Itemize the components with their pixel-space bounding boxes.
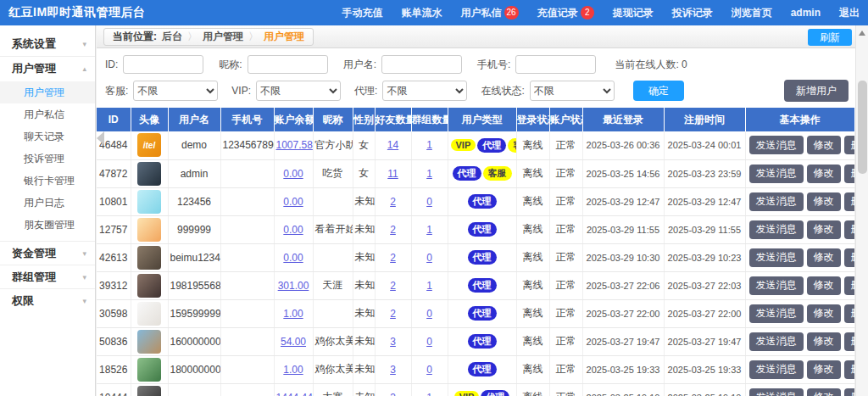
delete-button[interactable]: 删除	[844, 220, 855, 239]
balance-link[interactable]: 1.00	[283, 308, 303, 320]
balance-link[interactable]: 0.00	[283, 224, 303, 236]
sidebar-item-bank-card-management[interactable]: 银行卡管理	[0, 170, 95, 192]
send-message-button[interactable]: 发送消息	[749, 388, 804, 396]
nav-recharge-records[interactable]: 充值记录2	[537, 6, 594, 20]
sidebar-collapse-arrow-icon[interactable]	[97, 131, 104, 145]
breadcrumb-item-backend[interactable]: 后台	[162, 30, 182, 44]
edit-button[interactable]: 修改	[807, 165, 841, 183]
table-row: 46484iteldemo123456789001007.58官方小助手女141…	[97, 131, 855, 159]
edit-button[interactable]: 修改	[807, 360, 841, 379]
send-message-button[interactable]: 发送消息	[749, 248, 804, 267]
edit-button[interactable]: 修改	[807, 136, 841, 154]
sidebar-group-user-management[interactable]: 用户管理 ▴	[0, 56, 95, 80]
balance-link[interactable]: 1444.44	[276, 392, 313, 396]
sidebar-group-group-management[interactable]: 群组管理 ▾	[0, 265, 95, 288]
friends-count-link[interactable]: 2	[390, 196, 396, 208]
online-status-filter-select[interactable]: 不限	[530, 81, 615, 101]
balance-link[interactable]: 1.00	[283, 364, 303, 376]
groups-count-link[interactable]: 0	[426, 336, 432, 348]
agent-filter-select[interactable]: 不限	[382, 81, 467, 101]
friends-count-link[interactable]: 2	[390, 308, 396, 320]
breadcrumb-item-user-management[interactable]: 用户管理	[203, 30, 243, 44]
groups-count-link[interactable]: 1	[426, 139, 432, 151]
delete-button[interactable]: 删除	[844, 388, 855, 396]
sidebar-item-complaint-management[interactable]: 投诉管理	[0, 148, 95, 170]
edit-button[interactable]: 修改	[807, 304, 841, 323]
nickname-filter-input[interactable]	[248, 55, 328, 74]
delete-button[interactable]: 删除	[844, 332, 855, 351]
service-filter-label: 客服:	[105, 84, 128, 98]
balance-link[interactable]: 1007.58	[276, 139, 313, 151]
groups-count-link[interactable]: 0	[426, 252, 432, 264]
groups-count-link[interactable]: 0	[426, 196, 432, 208]
balance-link[interactable]: 301.00	[278, 280, 309, 292]
friends-count-link[interactable]: 14	[387, 139, 398, 151]
vip-filter-select[interactable]: 不限	[256, 81, 341, 101]
nav-withdraw-records[interactable]: 提现记录	[613, 6, 654, 20]
delete-button[interactable]: 删除	[844, 360, 855, 379]
nav-admin-account[interactable]: admin	[791, 7, 821, 19]
sidebar-item-user-management[interactable]: 用户管理	[0, 81, 95, 103]
edit-button[interactable]: 修改	[807, 332, 841, 351]
friends-count-link[interactable]: 2	[390, 252, 396, 264]
send-message-button[interactable]: 发送消息	[749, 304, 804, 323]
refresh-button[interactable]: 刷新	[808, 29, 852, 46]
send-message-button[interactable]: 发送消息	[749, 360, 804, 379]
send-message-button[interactable]: 发送消息	[749, 276, 804, 295]
sidebar-item-user-logs[interactable]: 用户日志	[0, 192, 95, 214]
friends-count-link[interactable]: 2	[390, 224, 396, 236]
sidebar-group-permissions[interactable]: 权限 ▾	[0, 288, 95, 312]
nav-bill-flow[interactable]: 账单流水	[402, 6, 442, 20]
balance-link[interactable]: 0.00	[283, 252, 303, 264]
phone-filter-input[interactable]	[515, 55, 596, 74]
edit-button[interactable]: 修改	[807, 192, 841, 211]
delete-button[interactable]: 删除	[844, 136, 855, 154]
delete-button[interactable]: 删除	[844, 248, 855, 267]
nav-logout[interactable]: 退出	[839, 6, 860, 20]
service-filter-select[interactable]: 不限	[133, 81, 218, 101]
username-filter-input[interactable]	[381, 55, 462, 74]
edit-button[interactable]: 修改	[807, 220, 841, 239]
send-message-button[interactable]: 发送消息	[749, 136, 804, 154]
send-message-button[interactable]: 发送消息	[749, 192, 804, 211]
confirm-button[interactable]: 确定	[633, 81, 684, 101]
send-message-button[interactable]: 发送消息	[749, 332, 804, 351]
friends-count-link[interactable]: 3	[390, 336, 396, 348]
edit-button[interactable]: 修改	[807, 276, 841, 295]
delete-button[interactable]: 删除	[844, 165, 855, 183]
sidebar-item-private-messages[interactable]: 用户私信	[0, 103, 95, 125]
id-filter-input[interactable]	[123, 55, 203, 74]
scroll-up-arrow-icon[interactable]	[859, 31, 865, 36]
balance-link[interactable]: 0.00	[283, 196, 303, 208]
vertical-scrollbar[interactable]	[855, 25, 868, 396]
edit-button[interactable]: 修改	[807, 248, 841, 267]
nav-manual-recharge[interactable]: 手动充值	[342, 6, 383, 20]
groups-count-link[interactable]: 1	[426, 224, 432, 236]
scrollbar-thumb[interactable]	[858, 81, 867, 174]
groups-count-link[interactable]: 0	[426, 308, 432, 320]
send-message-button[interactable]: 发送消息	[749, 165, 804, 183]
delete-button[interactable]: 删除	[844, 276, 855, 295]
sidebar-item-chat-records[interactable]: 聊天记录	[0, 125, 95, 148]
nav-private-messages[interactable]: 用户私信26	[461, 6, 519, 20]
delete-button[interactable]: 删除	[844, 192, 855, 211]
balance-link[interactable]: 0.00	[283, 168, 303, 180]
nav-browse-home[interactable]: 浏览首页	[732, 6, 772, 20]
friends-count-link[interactable]: 3	[390, 364, 396, 376]
friends-count-link[interactable]: 2	[390, 280, 396, 292]
nav-complaint-records[interactable]: 投诉记录	[672, 6, 713, 20]
sidebar-item-moments-management[interactable]: 朋友圈管理	[0, 214, 95, 236]
balance-link[interactable]: 54.00	[281, 336, 306, 348]
groups-count-link[interactable]: 1	[426, 280, 432, 292]
edit-button[interactable]: 修改	[807, 388, 841, 396]
sidebar-group-funds-management[interactable]: 资金管理 ▾	[0, 241, 95, 265]
sidebar-group-system-settings[interactable]: 系统设置 ▾	[0, 32, 95, 56]
friends-count-link[interactable]: 3	[390, 392, 396, 396]
friends-count-link[interactable]: 11	[387, 168, 398, 180]
groups-count-link[interactable]: 1	[426, 392, 432, 396]
groups-count-link[interactable]: 0	[426, 364, 432, 376]
send-message-button[interactable]: 发送消息	[749, 220, 804, 239]
groups-count-link[interactable]: 1	[426, 168, 432, 180]
delete-button[interactable]: 删除	[844, 304, 855, 323]
add-user-button[interactable]: 新增用户	[784, 80, 849, 102]
